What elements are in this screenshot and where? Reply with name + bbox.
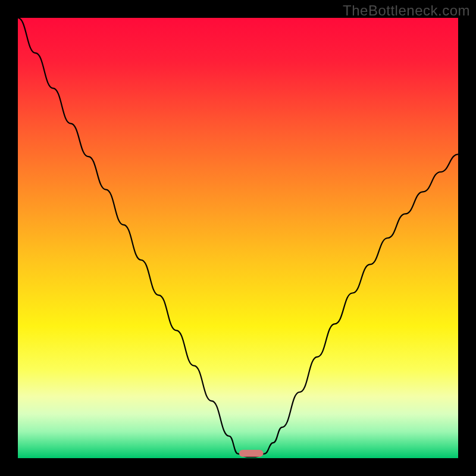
watermark-text: TheBottleneck.com <box>343 2 470 19</box>
optimal-pill <box>239 450 264 457</box>
chart-plot-background <box>18 18 458 458</box>
optimal-marker <box>239 450 264 457</box>
bottleneck-chart <box>0 0 476 476</box>
